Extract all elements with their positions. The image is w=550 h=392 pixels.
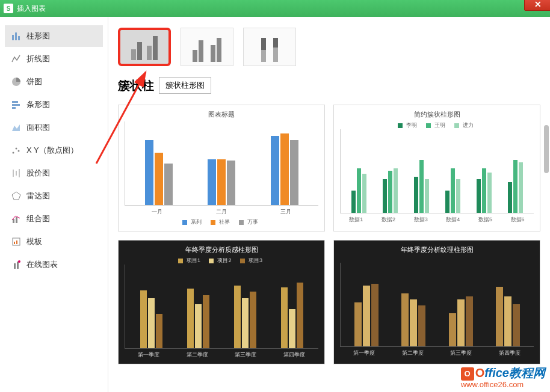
- subtype-row: [118, 28, 540, 66]
- sidebar-item-stock[interactable]: 股价图: [5, 162, 103, 184]
- online-chart-icon: [11, 259, 22, 270]
- preview-title: 年终季度分析质感柱形图: [125, 245, 318, 254]
- svg-point-22: [18, 260, 20, 263]
- subtype-stacked[interactable]: [181, 28, 233, 66]
- sidebar-item-area[interactable]: 面积图: [5, 117, 103, 138]
- chart-preview-4[interactable]: 年终季度分析纹理柱形图 第一季度第二季度第三季度第四季度: [333, 240, 540, 364]
- svg-rect-2: [18, 36, 20, 40]
- sidebar-item-label: X Y（散点图）: [26, 145, 78, 156]
- bar-chart-icon: [11, 99, 22, 110]
- pie-chart-icon: [11, 76, 22, 87]
- combo-chart-icon: [11, 213, 22, 224]
- chart-preview-3[interactable]: 年终季度分析质感柱形图 项目1 项目2 项目3 第一季度第二季度第三季度第四季度: [118, 240, 325, 364]
- svg-marker-14: [12, 192, 20, 200]
- svg-rect-18: [14, 242, 15, 244]
- subtype-title-row: 簇状柱 簇状柱形图: [118, 77, 540, 94]
- svg-rect-6: [12, 107, 16, 109]
- sidebar-item-pie[interactable]: 饼图: [5, 71, 103, 93]
- chart-preview-2[interactable]: 简约簇状柱形图 李明 王明 进力 数据1数据2数据3数据4数据5数据6: [333, 105, 540, 231]
- sidebar-item-label: 面积图: [26, 122, 50, 133]
- preview-title: 年终季度分析纹理柱形图: [340, 245, 534, 254]
- template-icon: [11, 236, 22, 247]
- svg-rect-1: [15, 32, 17, 40]
- svg-point-10: [18, 150, 20, 152]
- legend: 项目1 项目2 项目3: [125, 257, 318, 265]
- legend: 系列 社界 万事: [125, 218, 318, 226]
- sidebar-item-online[interactable]: 在线图表: [5, 254, 103, 275]
- sidebar-item-bar[interactable]: 条形图: [5, 94, 103, 115]
- sidebar-item-radar[interactable]: 雷达图: [5, 185, 103, 207]
- radar-chart-icon: [11, 191, 22, 201]
- preview-title: 简约簇状柱形图: [340, 110, 534, 119]
- area-chart-icon: [11, 122, 22, 133]
- sidebar-item-combo[interactable]: 组合图: [5, 208, 103, 230]
- legend: 李明 王明 进力: [340, 121, 534, 129]
- line-chart-icon: [11, 54, 22, 64]
- subtype-100stacked[interactable]: [243, 28, 296, 66]
- sidebar-item-column[interactable]: 柱形图: [5, 25, 103, 47]
- chart-preview-1[interactable]: 图表标题 一月二月三月 系列 社界 万事: [118, 105, 325, 231]
- subtype-tooltip: 簇状柱形图: [159, 77, 211, 94]
- scatter-chart-icon: [11, 145, 22, 156]
- svg-rect-16: [16, 217, 17, 223]
- svg-rect-4: [12, 101, 18, 103]
- close-button[interactable]: ✕: [524, 0, 550, 11]
- sidebar-item-template[interactable]: 模板: [5, 231, 103, 253]
- subtype-heading: 簇状柱: [118, 78, 154, 94]
- sidebar-item-label: 模板: [26, 236, 42, 247]
- svg-rect-5: [12, 104, 20, 106]
- close-icon: ✕: [534, 0, 542, 9]
- sidebar-item-label: 组合图: [26, 213, 50, 224]
- sidebar-item-label: 折线图: [26, 54, 50, 64]
- scrollbar-thumb[interactable]: [544, 125, 549, 173]
- window-title: 插入图表: [17, 4, 46, 14]
- svg-rect-19: [16, 240, 17, 244]
- subtype-clustered[interactable]: [118, 28, 171, 66]
- sidebar-item-label: 柱形图: [26, 31, 50, 41]
- watermark: OOffice教程网 www.office26.com: [461, 367, 545, 388]
- sidebar-item-label: 条形图: [26, 99, 50, 110]
- chart-type-sidebar: 柱形图 折线图 饼图 条形图 面积图 X Y（散点图） 股价图 雷达图: [0, 17, 108, 392]
- sidebar-item-line[interactable]: 折线图: [5, 48, 103, 70]
- preview-title: 图表标题: [125, 110, 318, 119]
- svg-rect-20: [14, 263, 16, 269]
- svg-rect-21: [17, 262, 19, 269]
- column-chart-icon: [11, 31, 22, 41]
- content-area: 簇状柱 簇状柱形图 图表标题 一月二月三月 系列 社界 万事 简约簇状柱形图 李…: [108, 17, 550, 392]
- sidebar-item-label: 饼图: [26, 76, 42, 87]
- stock-chart-icon: [11, 168, 22, 179]
- sidebar-item-label: 股价图: [26, 168, 50, 179]
- svg-point-8: [13, 152, 14, 154]
- svg-marker-7: [12, 124, 20, 131]
- sidebar-item-scatter[interactable]: X Y（散点图）: [5, 139, 103, 161]
- app-logo: S: [4, 4, 13, 13]
- svg-point-9: [16, 148, 17, 150]
- svg-rect-0: [12, 35, 14, 40]
- sidebar-item-label: 在线图表: [26, 259, 58, 270]
- sidebar-item-label: 雷达图: [26, 191, 50, 201]
- titlebar: S 插入图表 ✕: [0, 0, 550, 17]
